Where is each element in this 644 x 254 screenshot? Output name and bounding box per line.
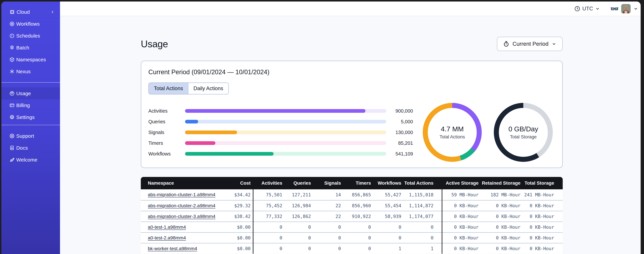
brand-label: Cloud bbox=[16, 9, 30, 15]
tab-total-actions[interactable]: Total Actions bbox=[149, 83, 188, 94]
value-cell: 0 KB-Hour bbox=[520, 235, 554, 240]
sidebar-item-label: Usage bbox=[16, 91, 31, 96]
namespace-cell: bk-worker-test.a98mm4 bbox=[141, 246, 211, 251]
sidebar-item-label: Nexus bbox=[16, 69, 31, 74]
period-selector-button[interactable]: Current Period bbox=[497, 37, 563, 51]
sidebar-divider bbox=[1, 125, 60, 125]
nexus-icon bbox=[9, 69, 15, 74]
namespace-link[interactable]: abs-migration-cluster-1.a98mm4 bbox=[148, 192, 216, 197]
value-cell: 241 MB-Hour bbox=[520, 192, 554, 197]
bar-row-timers: Timers85,201 bbox=[148, 138, 413, 148]
value-cell: 126,984 bbox=[282, 203, 311, 208]
app-window: Cloud WorkflowsSchedulesBatchNamespacesN… bbox=[1, 2, 641, 254]
value-cell: 0 bbox=[401, 224, 434, 230]
bar-label: Queries bbox=[148, 119, 185, 124]
namespace-link[interactable]: bk-worker-test.a98mm4 bbox=[148, 246, 197, 251]
bar-row-signals: Signals130,000 bbox=[148, 127, 413, 138]
sidebar-item-support[interactable]: Support bbox=[1, 130, 60, 142]
bar-fill bbox=[185, 109, 366, 113]
sidebar-item-schedules[interactable]: Schedules bbox=[1, 30, 60, 42]
bar-value: 5,000 bbox=[386, 119, 413, 124]
bar-fill bbox=[185, 120, 198, 124]
value-cell: $0.00 bbox=[211, 224, 250, 230]
sidebar-item-nexus[interactable]: Nexus bbox=[1, 66, 60, 78]
sidebar-collapse-button[interactable] bbox=[50, 9, 55, 15]
page-title: Usage bbox=[141, 38, 168, 50]
sidebar-brand: Cloud bbox=[1, 6, 60, 18]
sidebar-item-docs[interactable]: Docs bbox=[1, 142, 60, 154]
bar-label: Signals bbox=[148, 130, 185, 135]
sidebar-item-label: Support bbox=[16, 133, 34, 139]
column-header-cost: Cost bbox=[211, 180, 250, 186]
value-cell: 75,452 bbox=[250, 203, 282, 208]
bar-value: 130,000 bbox=[386, 130, 413, 135]
bar-value: 85,201 bbox=[386, 140, 413, 146]
table-row: abs-migration-cluster-3.a98mm4$38.4277,3… bbox=[141, 211, 563, 222]
bar-value: 541,109 bbox=[386, 151, 413, 157]
bar-track bbox=[185, 141, 386, 145]
sidebar-item-usage[interactable]: Usage bbox=[1, 88, 60, 99]
sidebar-item-label: Docs bbox=[16, 145, 28, 151]
sidebar-item-batch[interactable]: Batch bbox=[1, 42, 60, 54]
table-row: a0-test-2.a98mm4$0.000000000 KB-Hour0 KB… bbox=[141, 232, 563, 243]
value-cell: 0 KB-Hour bbox=[478, 224, 520, 230]
page-content: Usage Current Period Current Pe bbox=[60, 16, 641, 254]
actions-tabs: Total ActionsDaily Actions bbox=[148, 82, 229, 94]
sidebar-item-label: Namespaces bbox=[16, 57, 46, 62]
timezone-selector[interactable]: UTC bbox=[574, 6, 600, 12]
sidebar: Cloud WorkflowsSchedulesBatchNamespacesN… bbox=[1, 2, 60, 254]
total-actions-value: 4.7 MM bbox=[441, 125, 464, 133]
value-cell: 0 bbox=[311, 224, 341, 230]
namespace-link[interactable]: a0-test-2.a98mm4 bbox=[148, 235, 186, 240]
user-avatar[interactable] bbox=[621, 4, 630, 14]
value-cell: 75,501 bbox=[250, 192, 282, 197]
value-cell: 58,939 bbox=[371, 214, 401, 219]
value-cell: 0 bbox=[311, 246, 341, 251]
table-body: abs-migration-cluster-1.a98mm4$34.4275,5… bbox=[141, 189, 563, 254]
workflows-icon bbox=[9, 21, 15, 27]
namespace-cell: abs-migration-cluster-3.a98mm4 bbox=[141, 214, 211, 219]
namespace-link[interactable]: a0-test-1.a98mm4 bbox=[148, 224, 186, 230]
chevron-down-icon bbox=[595, 6, 600, 11]
column-header-total-storage: Total Storage bbox=[520, 180, 554, 186]
bar-row-workflows: Workflows541,109 bbox=[148, 148, 413, 159]
value-cell: 856,865 bbox=[341, 192, 371, 197]
value-cell: 910,922 bbox=[341, 214, 371, 219]
column-header-signals: Signals bbox=[311, 180, 341, 186]
glasses-icon bbox=[610, 5, 618, 12]
namespace-link[interactable]: abs-migration-cluster-2.a98mm4 bbox=[148, 203, 216, 208]
sidebar-item-settings[interactable]: Settings bbox=[1, 111, 60, 123]
namespace-cell: abs-migration-cluster-2.a98mm4 bbox=[141, 203, 211, 208]
value-cell: 22 bbox=[311, 203, 341, 208]
namespace-link[interactable]: abs-migration-cluster-3.a98mm4 bbox=[148, 214, 216, 219]
usage-icon bbox=[9, 91, 15, 96]
column-header-total-actions: Total Actions bbox=[401, 180, 434, 186]
value-cell: 0 bbox=[250, 224, 282, 230]
total-actions-donut: 4.7 MM Total Actions bbox=[423, 103, 482, 162]
bar-row-queries: Queries5,000 bbox=[148, 116, 413, 127]
table-header: NamespaceCostActivitiesQueriesSignalsTim… bbox=[141, 177, 563, 189]
value-cell: 0 KB-Hour bbox=[434, 214, 478, 219]
feedback-glasses-button[interactable] bbox=[610, 5, 618, 12]
tab-daily-actions[interactable]: Daily Actions bbox=[188, 83, 228, 94]
user-menu-chevron[interactable] bbox=[633, 6, 638, 11]
sidebar-nav-primary: WorkflowsSchedulesBatchNamespacesNexus bbox=[1, 18, 60, 78]
sidebar-item-welcome[interactable]: Welcome bbox=[1, 154, 60, 166]
bar-label: Workflows bbox=[148, 151, 185, 157]
settings-icon bbox=[9, 114, 15, 120]
timezone-label: UTC bbox=[582, 6, 593, 12]
sidebar-item-workflows[interactable]: Workflows bbox=[1, 18, 60, 30]
value-cell: $38.42 bbox=[211, 214, 250, 219]
sidebar-item-billing[interactable]: Billing bbox=[1, 99, 60, 111]
namespace-usage-table: NamespaceCostActivitiesQueriesSignalsTim… bbox=[141, 177, 563, 254]
temporal-logo-icon bbox=[9, 9, 15, 15]
value-cell: 0 bbox=[401, 235, 434, 240]
sidebar-item-label: Batch bbox=[16, 45, 29, 50]
sidebar-item-label: Welcome bbox=[16, 157, 38, 163]
sidebar-item-namespaces[interactable]: Namespaces bbox=[1, 54, 60, 66]
column-header-timers: Timers bbox=[341, 180, 371, 186]
value-cell: 127,211 bbox=[282, 192, 311, 197]
value-cell: 0 bbox=[341, 246, 371, 251]
chevron-down-icon bbox=[552, 42, 556, 46]
desktop-background: Cloud WorkflowsSchedulesBatchNamespacesN… bbox=[0, 0, 644, 254]
